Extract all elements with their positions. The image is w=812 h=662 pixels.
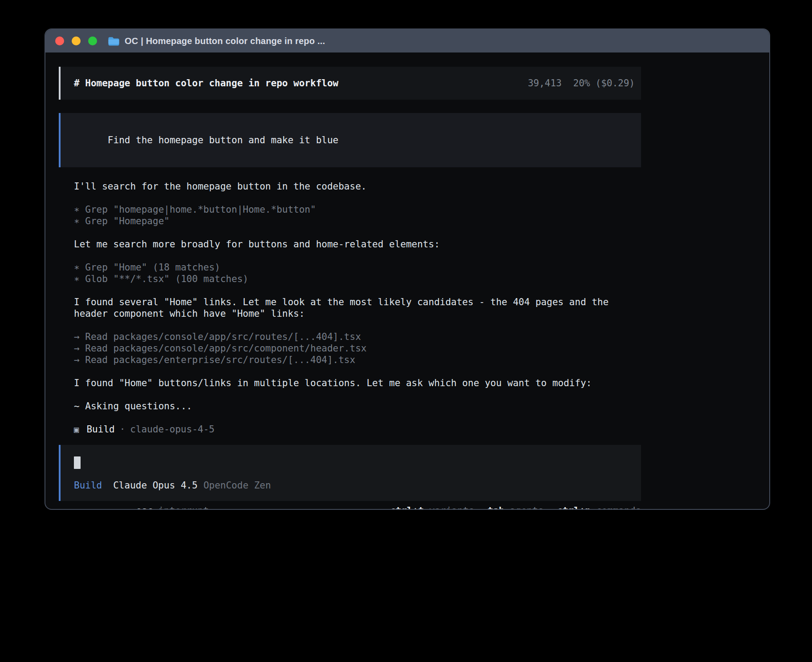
close-button[interactable] bbox=[55, 36, 64, 45]
tool-call-line: ∗ Grep "Homepage" bbox=[74, 215, 641, 227]
hints-left: escinterrupt bbox=[136, 505, 209, 510]
hint-label: variants bbox=[429, 505, 474, 510]
tool-call-line: ∗ Grep "Home" (18 matches) bbox=[74, 262, 641, 273]
tool-call-group: ∗ Grep "Home" (18 matches)∗ Glob "**/*.t… bbox=[74, 262, 641, 285]
agent-mode-label[interactable]: Build bbox=[74, 480, 102, 491]
assistant-paragraph: I found several "Home" links. Let me loo… bbox=[74, 296, 641, 319]
hint-key: esc bbox=[136, 505, 153, 510]
session-title: # Homepage button color change in repo w… bbox=[74, 77, 338, 89]
assistant-paragraph: I'll search for the homepage button in t… bbox=[74, 181, 641, 192]
tool-call-line: → Read packages/enterprise/src/routes/[.… bbox=[74, 354, 641, 366]
session-header: # Homepage button color change in repo w… bbox=[59, 67, 641, 100]
tool-call-line: ∗ Glob "**/*.tsx" (100 matches) bbox=[74, 273, 641, 285]
zoom-button[interactable] bbox=[88, 36, 97, 45]
agent-status-line: ▣Build·claude-opus-4-5 bbox=[74, 424, 641, 435]
window-title-text: OC | Homepage button color change in rep… bbox=[125, 36, 325, 46]
keyboard-hint[interactable]: ctrl+pcommands bbox=[557, 505, 641, 510]
hint-key: ctrl+p bbox=[557, 505, 591, 510]
agent-name: Build bbox=[86, 424, 114, 435]
tool-call-line: → Read packages/console/app/src/routes/[… bbox=[74, 331, 641, 343]
provider-label: OpenCode Zen bbox=[203, 480, 271, 491]
assistant-paragraph: Let me search more broadly for buttons a… bbox=[74, 238, 641, 250]
keyboard-hint[interactable]: ctrl+tvariants bbox=[390, 505, 474, 510]
terminal-window: OC | Homepage button color change in rep… bbox=[45, 28, 770, 510]
tool-call-group: → Read packages/console/app/src/routes/[… bbox=[74, 331, 641, 366]
keyboard-hint[interactable]: tabagents bbox=[487, 505, 544, 510]
window-title: OC | Homepage button color change in rep… bbox=[108, 36, 325, 46]
agent-icon: ▣ bbox=[74, 424, 79, 435]
keyboard-hint[interactable]: escinterrupt bbox=[136, 505, 209, 510]
hint-key: ctrl+t bbox=[390, 505, 424, 510]
window-titlebar: OC | Homepage button color change in rep… bbox=[45, 29, 769, 52]
assistant-paragraph: I found "Home" buttons/links in multiple… bbox=[74, 377, 641, 389]
text-cursor bbox=[74, 456, 81, 469]
status-bar: •••••••• escinterrupt ctrl+tvariantstaba… bbox=[59, 505, 641, 510]
model-info-line: Build Claude Opus 4.5 OpenCode Zen bbox=[74, 480, 628, 491]
agent-separator: · bbox=[120, 424, 126, 435]
hint-label: commands bbox=[596, 505, 641, 510]
tool-call-line: → Read packages/console/app/src/componen… bbox=[74, 343, 641, 354]
status-bar-right: ctrl+tvariantstabagentsctrl+pcommands bbox=[390, 505, 641, 510]
agent-model: claude-opus-4-5 bbox=[130, 424, 215, 435]
tui-content: # Homepage button color change in repo w… bbox=[59, 67, 641, 510]
user-message: Find the homepage button and make it blu… bbox=[59, 113, 641, 167]
session-cost: ($0.29) bbox=[595, 77, 635, 89]
transcript: I'll search for the homepage button in t… bbox=[59, 181, 641, 435]
hint-key: tab bbox=[487, 505, 504, 510]
token-count: 39,413 bbox=[528, 77, 562, 89]
status-bar-left: •••••••• escinterrupt bbox=[63, 505, 209, 510]
folder-icon bbox=[108, 36, 120, 46]
user-message-text: Find the homepage button and make it blu… bbox=[108, 135, 338, 145]
spinner-dots: •••••••• bbox=[63, 505, 125, 510]
tool-call-line: ∗ Grep "homepage|home.*button|Home.*butt… bbox=[74, 204, 641, 215]
prompt-input[interactable]: Build Claude Opus 4.5 OpenCode Zen bbox=[59, 445, 641, 501]
window-controls bbox=[55, 36, 97, 45]
session-stats: 39,413 20% ($0.29) bbox=[528, 77, 635, 89]
model-name-label[interactable]: Claude Opus 4.5 bbox=[113, 480, 198, 491]
hint-label: agents bbox=[510, 505, 544, 510]
tool-call-group: ∗ Grep "homepage|home.*button|Home.*butt… bbox=[74, 204, 641, 227]
hint-label: interrupt bbox=[158, 505, 209, 510]
minimize-button[interactable] bbox=[72, 36, 81, 45]
assistant-paragraph: ~ Asking questions... bbox=[74, 400, 641, 412]
context-percent: 20% bbox=[573, 77, 590, 89]
